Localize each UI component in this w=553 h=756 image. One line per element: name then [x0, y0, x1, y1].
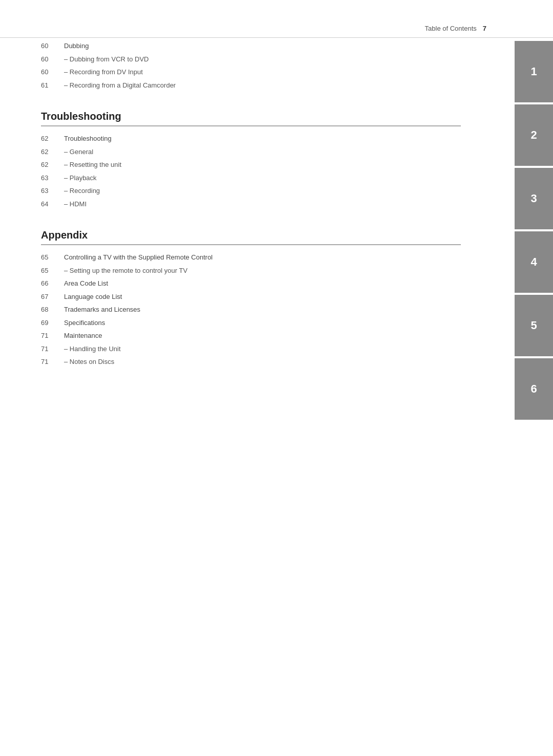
header-title: Table of Contents [425, 25, 477, 32]
toc-text: – Setting up the remote to control your … [64, 266, 461, 276]
toc-number: 69 [41, 318, 64, 328]
header-page-number: 7 [483, 25, 486, 32]
toc-text: Dubbing [64, 41, 461, 51]
toc-text: – Recording [64, 186, 461, 196]
toc-text: – Notes on Discs [64, 357, 461, 367]
side-tab-1[interactable]: 1 [515, 41, 553, 102]
toc-text: – Recording from a Digital Camcorder [64, 80, 461, 91]
toc-text: Area Code List [64, 278, 461, 289]
side-tab-label: 2 [530, 128, 537, 142]
troubleshooting-divider [41, 125, 461, 126]
toc-row: 63 – Playback [41, 173, 461, 183]
side-tab-label: 5 [530, 319, 537, 332]
appendix-heading: Appendix [41, 229, 461, 245]
toc-text: Maintenance [64, 331, 461, 341]
toc-number: 62 [41, 147, 64, 157]
toc-row: 65 Controlling a TV with the Supplied Re… [41, 252, 461, 263]
toc-number: 71 [41, 331, 64, 341]
toc-number: 61 [41, 80, 64, 91]
main-content: 60 Dubbing 60 – Dubbing from VCR to DVD … [41, 41, 461, 370]
toc-number: 60 [41, 54, 64, 64]
toc-row: 71 – Handling the Unit [41, 344, 461, 354]
toc-text: Controlling a TV with the Supplied Remot… [64, 252, 461, 263]
appendix-entries: 65 Controlling a TV with the Supplied Re… [41, 252, 461, 367]
toc-number: 71 [41, 357, 64, 367]
toc-row: 65 – Setting up the remote to control yo… [41, 266, 461, 276]
toc-text: – Recording from DV Input [64, 67, 461, 77]
side-tab-2[interactable]: 2 [515, 104, 553, 166]
toc-row: 60 – Dubbing from VCR to DVD [41, 54, 461, 64]
toc-row: 68 Trademarks and Licenses [41, 305, 461, 315]
troubleshooting-title: Troubleshooting [41, 111, 461, 122]
toc-text: – Resetting the unit [64, 160, 461, 170]
toc-number: 60 [41, 41, 64, 51]
toc-number: 66 [41, 278, 64, 289]
toc-text: – Playback [64, 173, 461, 183]
toc-number: 60 [41, 67, 64, 77]
toc-row: 62 Troubleshooting [41, 134, 461, 144]
toc-number: 62 [41, 160, 64, 170]
side-tab-label: 3 [530, 192, 537, 205]
toc-text: Language code List [64, 292, 461, 302]
troubleshooting-heading: Troubleshooting [41, 111, 461, 126]
toc-row: 60 Dubbing [41, 41, 461, 51]
toc-number: 67 [41, 292, 64, 302]
toc-text: Specifications [64, 318, 461, 328]
side-tab-5[interactable]: 5 [515, 295, 553, 356]
toc-row: 63 – Recording [41, 186, 461, 196]
toc-number: 71 [41, 344, 64, 354]
toc-row: 67 Language code List [41, 292, 461, 302]
toc-row: 61 – Recording from a Digital Camcorder [41, 80, 461, 91]
toc-row: 71 – Notes on Discs [41, 357, 461, 367]
toc-number: 65 [41, 252, 64, 263]
toc-text: – Dubbing from VCR to DVD [64, 54, 461, 64]
toc-row: 69 Specifications [41, 318, 461, 328]
toc-text: Trademarks and Licenses [64, 305, 461, 315]
side-tab-3[interactable]: 3 [515, 168, 553, 229]
toc-number: 62 [41, 134, 64, 144]
side-tab-label: 6 [530, 382, 537, 396]
toc-row: 71 Maintenance [41, 331, 461, 341]
side-tab-label: 4 [530, 255, 537, 269]
page-header: Table of Contents 7 [0, 25, 553, 38]
toc-text: – Handling the Unit [64, 344, 461, 354]
side-tab-label: 1 [530, 65, 537, 78]
toc-number: 68 [41, 305, 64, 315]
toc-row: 62 – General [41, 147, 461, 157]
troubleshooting-entries: 62 Troubleshooting 62 – General 62 – Res… [41, 134, 461, 209]
toc-row: 60 – Recording from DV Input [41, 67, 461, 77]
toc-row: 66 Area Code List [41, 278, 461, 289]
side-tab-4[interactable]: 4 [515, 231, 553, 293]
toc-number: 64 [41, 199, 64, 209]
toc-number: 63 [41, 186, 64, 196]
toc-text: – General [64, 147, 461, 157]
toc-row: 64 – HDMI [41, 199, 461, 209]
appendix-divider [41, 244, 461, 245]
toc-text: – HDMI [64, 199, 461, 209]
toc-text: Troubleshooting [64, 134, 461, 144]
page-container: Table of Contents 7 60 Dubbing 60 – Dubb… [0, 0, 553, 756]
toc-row: 62 – Resetting the unit [41, 160, 461, 170]
side-tab-6[interactable]: 6 [515, 358, 553, 420]
dubbing-section: 60 Dubbing 60 – Dubbing from VCR to DVD … [41, 41, 461, 90]
toc-number: 63 [41, 173, 64, 183]
toc-number: 65 [41, 266, 64, 276]
side-tabs: 123456 [515, 41, 553, 422]
appendix-title: Appendix [41, 229, 461, 241]
